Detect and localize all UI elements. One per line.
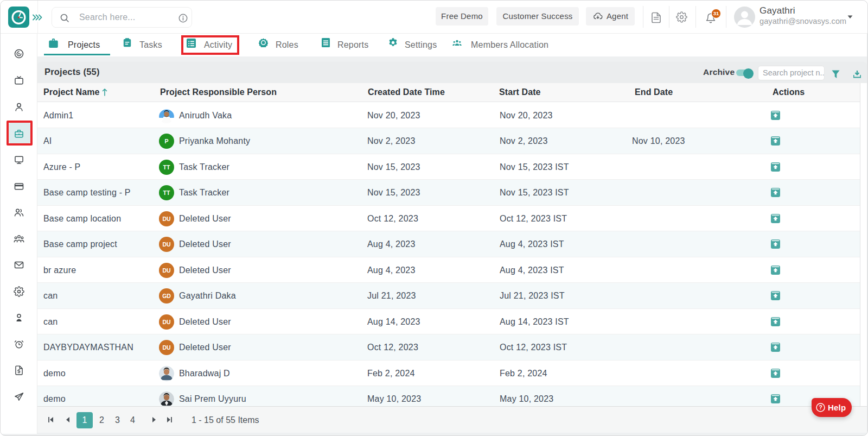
svg-text:?: ? [819,405,822,410]
